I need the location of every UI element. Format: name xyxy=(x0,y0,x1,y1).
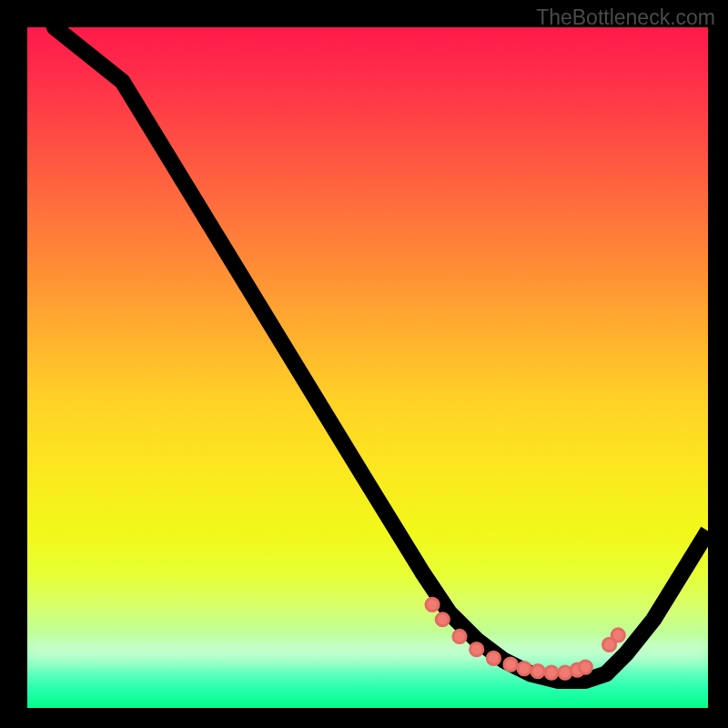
marker-dot xyxy=(559,666,571,679)
marker-dot xyxy=(426,598,439,611)
marker-dot xyxy=(545,666,558,679)
marker-dot xyxy=(531,665,544,678)
marker-dot xyxy=(453,630,466,642)
marker-dot xyxy=(436,613,449,626)
marker-dot xyxy=(518,662,531,675)
marker-dot xyxy=(612,629,624,642)
marker-dot xyxy=(487,652,500,664)
marker-dot xyxy=(504,658,517,671)
marker-dot xyxy=(579,661,592,673)
watermark-text: TheBottleneck.com xyxy=(536,5,715,30)
plot-area xyxy=(27,27,708,708)
marker-dot xyxy=(470,643,483,656)
curve-line xyxy=(27,27,708,681)
chart-svg xyxy=(27,27,708,708)
